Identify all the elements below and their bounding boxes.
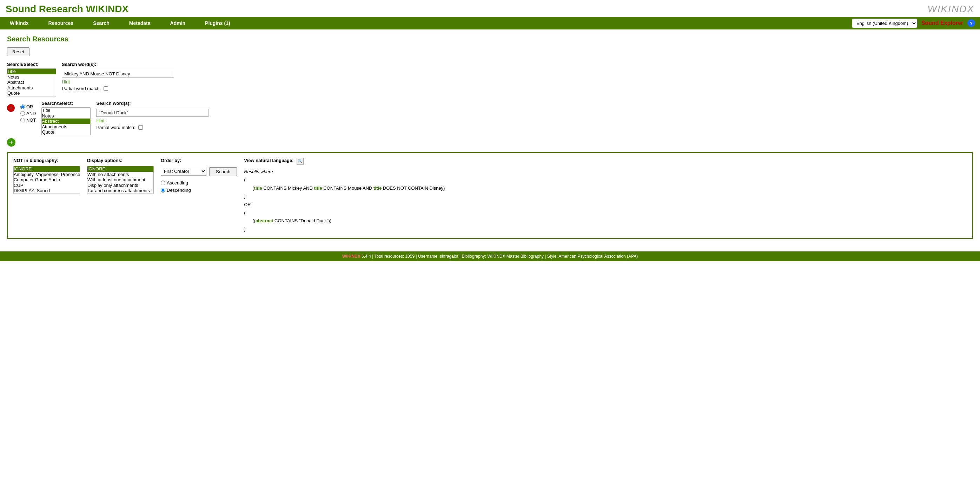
search1-partial-checkbox[interactable] [103,86,108,91]
nav-wikindx[interactable]: Wikindx [0,17,38,29]
search1-opt-attachments[interactable]: Attachments [7,85,56,91]
view-nl-icon[interactable]: 🔍 [297,158,304,165]
bottom-area: NOT in bibliography: IGNORE Ambiguity, V… [7,152,973,239]
footer: WIKINDX 6.4.4 | Total resources: 1059 | … [0,251,980,261]
order-col: Order by: First Creator Search Ascending… [161,158,237,193]
not-in-bib-digiplay[interactable]: DIGIPLAY: Sound [14,188,80,193]
search2-opt-quote[interactable]: Quote [42,129,90,135]
nav-resources[interactable]: Resources [38,17,84,29]
not-in-bib-cup[interactable]: CUP [14,183,80,188]
footer-wikindx: WIKINDX [342,254,361,259]
search2-partial-checkbox[interactable] [138,125,143,130]
nl-close-paren1: ) [244,193,245,199]
radio-and-label: AND [26,111,36,116]
descending-radio[interactable] [161,188,165,192]
not-in-bib-game-audio[interactable]: Computer Game Audio [14,177,80,183]
radio-and[interactable]: AND [21,111,36,116]
order-by-select[interactable]: First Creator [161,167,207,176]
search2-partial-row: Partial word match: [96,125,208,130]
ascending-radio[interactable] [161,181,165,185]
search1-opt-abstract[interactable]: Abstract [7,79,56,85]
nav-admin[interactable]: Admin [161,17,196,29]
search2-hint[interactable]: Hint [96,118,208,124]
search2-partial-label: Partial word match: [96,125,135,130]
operator-block: − OR AND NOT Search/Select: Title Notes … [7,101,973,135]
search1-select-label: Search/Select: [7,62,56,67]
radio-and-input[interactable] [21,111,25,116]
search-button[interactable]: Search [209,167,237,176]
descending-radio-label[interactable]: Descending [161,188,237,193]
view-nl-col: View natural language: 🔍 Results where (… [244,158,967,233]
search1-partial-label: Partial word match: [62,86,101,91]
ascending-radio-label[interactable]: Ascending [161,180,237,185]
site-title: Sound Research WIKINDX [6,3,129,15]
search-row-1: Search/Select: Title Notes Abstract Atta… [7,62,973,97]
view-nl-label: View natural language: [244,158,293,163]
nl-line2: (title CONTAINS Mickey AND title CONTAIN… [252,185,445,191]
display-options-select[interactable]: IGNORE With no attachments With at least… [87,166,154,194]
order-select-row: First Creator Search [161,166,237,176]
search1-words-col: Search word(s): Hint Partial word match: [62,62,174,91]
add-search-button[interactable]: + [7,138,16,147]
radio-or[interactable]: OR [21,104,36,109]
display-opt-only-attach[interactable]: Display only attachments [88,183,153,188]
help-button[interactable]: ? [967,19,975,27]
descending-label: Descending [167,188,191,193]
radio-or-label: OR [26,104,33,109]
search2-field-select[interactable]: Title Notes Abstract Attachments Quote [41,107,91,135]
search1-opt-title[interactable]: Title [7,69,56,75]
radio-not[interactable]: NOT [21,117,36,123]
remove-search-button[interactable]: − [7,104,15,112]
search2-opt-abstract[interactable]: Abstract [42,119,90,124]
not-in-bib-col: NOT in bibliography: IGNORE Ambiguity, V… [13,158,80,194]
nl-abstract: abstract [256,218,274,224]
nl-close-paren2: ) [244,227,245,232]
language-select[interactable]: English (United Kingdom) [852,19,917,28]
nl-or: OR [244,202,251,207]
nl-open-paren1: ( [244,177,245,182]
nav-metadata[interactable]: Metadata [119,17,161,29]
search2-select-col: Search/Select: Title Notes Abstract Atta… [41,101,91,135]
operator-radio-group: OR AND NOT [21,104,36,123]
search2-opt-attachments[interactable]: Attachments [42,124,90,130]
footer-username: Username: sirfragalot [418,254,458,259]
search2-opt-title[interactable]: Title [42,108,90,113]
radio-not-input[interactable] [21,118,25,122]
nav-search[interactable]: Search [83,17,119,29]
footer-version-val: 6.4.4 [361,254,371,259]
nl-title1: title [254,185,262,191]
display-opt-no-attach[interactable]: With no attachments [88,172,153,178]
search2-words-col: Search word(s): Hint Partial word match: [96,101,208,130]
ascending-label: Ascending [167,180,188,185]
not-in-bib-select[interactable]: IGNORE Ambiguity, Vagueness, Presence Co… [13,166,80,194]
search2-input[interactable] [96,109,208,117]
reset-button[interactable]: Reset [7,48,30,56]
nav-plugins[interactable]: Plugins (1) [195,17,240,29]
search1-field-select[interactable]: Title Notes Abstract Attachments Quote [7,68,56,97]
search2-select-label: Search/Select: [41,101,91,106]
footer-style: Style: American Psychological Associatio… [547,254,638,259]
display-opt-ignore[interactable]: IGNORE [88,166,153,172]
not-in-bib-ignore[interactable]: IGNORE [14,166,80,172]
order-by-label: Order by: [161,158,237,163]
radio-or-input[interactable] [21,105,25,109]
radio-not-label: NOT [26,117,36,123]
search1-opt-quote[interactable]: Quote [7,90,56,96]
search1-hint[interactable]: Hint [62,79,174,84]
nl-title3: title [374,185,382,191]
display-opt-one-attach[interactable]: With at least one attachment [88,177,153,183]
search1-input[interactable] [62,70,174,78]
search1-opt-notes[interactable]: Notes [7,75,56,80]
nl-line5: ((abstract CONTAINS "Donald Duck")) [252,218,331,224]
not-in-bib-ambiguity[interactable]: Ambiguity, Vagueness, Presence [14,172,80,178]
search1-words-label: Search word(s): [62,62,174,67]
navbar: Wikindx Resources Search Metadata Admin … [0,17,980,29]
nl-open-paren2: ( [244,210,245,215]
search1-select-col: Search/Select: Title Notes Abstract Atta… [7,62,56,97]
page-title: Search Resources [7,35,973,43]
search2-opt-notes[interactable]: Notes [42,113,90,119]
nl-results-where: Results where [244,169,273,174]
footer-bibliography: Bibliography: WIKINDX Master Bibliograph… [461,254,543,259]
display-opt-tar[interactable]: Tar and compress attachments [88,188,153,193]
sound-explorer-link[interactable]: Sound Explorer [921,20,963,26]
